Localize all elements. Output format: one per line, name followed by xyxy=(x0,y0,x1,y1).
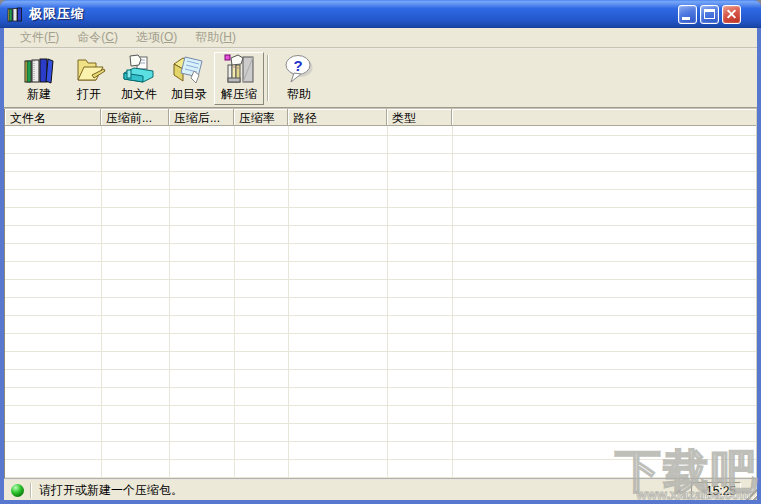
grid-column-line xyxy=(234,126,235,478)
grid-column-line xyxy=(387,126,388,478)
menu-commands[interactable]: 命令(C) xyxy=(68,27,127,48)
help-bubble-icon: ? xyxy=(282,53,316,87)
title-bar[interactable]: 极限压缩 xyxy=(0,0,761,28)
column-header-size-before[interactable]: 压缩前... xyxy=(101,109,169,126)
toolbar: 新建 打开 加文件 xyxy=(4,49,757,107)
close-button[interactable] xyxy=(722,5,741,24)
grid-column-line xyxy=(288,126,289,478)
clock-panel: 15:25 xyxy=(691,482,741,498)
extract-button[interactable]: 解压缩 xyxy=(214,52,264,105)
minimize-button[interactable] xyxy=(678,5,697,24)
status-indicator-icon xyxy=(11,484,24,497)
new-archive-button[interactable]: 新建 xyxy=(14,52,64,105)
toolbar-button-label: 加目录 xyxy=(171,87,207,102)
new-archive-books-icon xyxy=(22,53,56,87)
extract-archive-icon xyxy=(222,53,256,87)
toolbar-button-label: 新建 xyxy=(27,87,51,102)
svg-text:?: ? xyxy=(293,57,302,74)
add-directory-button[interactable]: 加目录 xyxy=(164,52,214,105)
menu-file[interactable]: 文件(F) xyxy=(11,27,68,48)
file-list-panel: 文件名 压缩前... 压缩后... 压缩率 路径 类型 xyxy=(4,109,757,478)
window-controls xyxy=(678,5,741,24)
menu-options[interactable]: 选项(O) xyxy=(127,27,186,48)
grid-column-line xyxy=(169,126,170,478)
toolbar-separator xyxy=(267,55,269,101)
open-folder-icon xyxy=(72,53,106,87)
menu-help[interactable]: 帮助(H) xyxy=(186,27,245,48)
add-files-icon xyxy=(122,53,156,87)
status-message: 请打开或新建一个压缩包。 xyxy=(39,482,691,499)
window-title: 极限压缩 xyxy=(29,5,678,23)
statusbar-divider xyxy=(30,483,31,498)
add-directory-icon xyxy=(172,53,206,87)
menu-bar: 文件(F) 命令(C) 选项(O) 帮助(H) xyxy=(4,28,757,47)
maximize-button[interactable] xyxy=(700,5,719,24)
column-header-type[interactable]: 类型 xyxy=(387,109,452,126)
toolbar-button-label: 帮助 xyxy=(287,87,311,102)
app-window: 极限压缩 文件(F) 命令(C) 选项(O) 帮助(H) xyxy=(0,0,761,504)
maximize-icon xyxy=(704,9,715,19)
grid-column-line xyxy=(452,126,453,478)
toolbar-button-label: 打开 xyxy=(77,87,101,102)
toolbar-button-label: 加文件 xyxy=(121,87,157,102)
toolbar-button-label: 解压缩 xyxy=(221,87,257,102)
window-frame: 文件(F) 命令(C) 选项(O) 帮助(H) 新建 xyxy=(0,28,761,504)
add-files-button[interactable]: 加文件 xyxy=(114,52,164,105)
minimize-icon xyxy=(682,17,690,20)
column-header-filler xyxy=(452,109,756,126)
file-list-body[interactable] xyxy=(5,126,756,478)
column-header-path[interactable]: 路径 xyxy=(288,109,387,126)
status-bar: 请打开或新建一个压缩包。 15:25 xyxy=(4,480,757,500)
app-books-icon xyxy=(7,6,24,23)
column-header-ratio[interactable]: 压缩率 xyxy=(234,109,288,126)
list-header-row: 文件名 压缩前... 压缩后... 压缩率 路径 类型 xyxy=(5,109,756,126)
grid-column-line xyxy=(101,126,102,478)
resize-grip[interactable] xyxy=(742,485,757,500)
column-header-size-after[interactable]: 压缩后... xyxy=(169,109,234,126)
help-button[interactable]: ? 帮助 xyxy=(274,52,324,105)
open-archive-button[interactable]: 打开 xyxy=(64,52,114,105)
column-header-filename[interactable]: 文件名 xyxy=(5,109,101,126)
